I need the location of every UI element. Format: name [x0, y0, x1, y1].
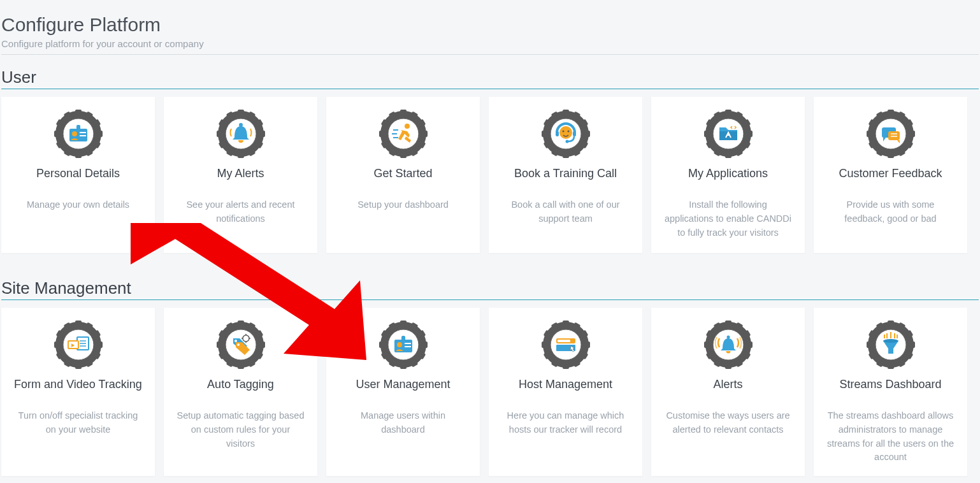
tags-icon: [215, 319, 266, 370]
bell-wave-icon: [703, 319, 754, 370]
svg-rect-36: [421, 131, 428, 137]
card-desc: Turn on/off specialist tracking on your …: [10, 409, 146, 437]
svg-rect-96: [888, 131, 900, 140]
card-my-alerts[interactable]: My Alerts See your alerts and recent not…: [164, 97, 317, 253]
svg-point-194: [883, 339, 898, 343]
card-title: Personal Details: [10, 167, 146, 180]
card-desc: Install the following applications to en…: [660, 198, 796, 240]
svg-point-65: [567, 131, 569, 133]
headset-icon: [540, 108, 591, 159]
card-desc: Customise the ways users are alerted to …: [660, 409, 796, 437]
bell-icon: [215, 108, 266, 159]
svg-rect-154: [584, 342, 590, 348]
card-title: Streams Dashboard: [823, 378, 958, 391]
svg-rect-157: [563, 363, 569, 369]
card-my-applications[interactable]: My Applications Install the following ap…: [651, 97, 805, 253]
svg-rect-150: [405, 346, 411, 347]
svg-point-63: [559, 126, 572, 139]
svg-rect-117: [238, 321, 244, 327]
page-header: Configure Platform Configure platform fo…: [1, 0, 979, 55]
svg-rect-85: [909, 131, 915, 137]
chat-icon: [865, 108, 916, 159]
card-title: Form and Video Tracking: [10, 378, 146, 391]
svg-rect-184: [909, 342, 915, 348]
svg-rect-78: [704, 131, 710, 137]
card-book-training-call[interactable]: Book a Training Call Book a call with on…: [489, 97, 642, 253]
svg-rect-67: [573, 131, 576, 136]
svg-rect-25: [238, 152, 244, 158]
svg-rect-142: [379, 342, 386, 348]
svg-rect-136: [421, 342, 428, 348]
svg-point-131: [237, 343, 240, 346]
card-title: Auto Tagging: [173, 378, 308, 391]
card-form-video-tracking[interactable]: Form and Video Tracking Turn on/off spec…: [1, 308, 155, 476]
page-subtitle: Configure platform for your account or c…: [1, 38, 979, 49]
svg-rect-17: [80, 132, 86, 133]
svg-rect-69: [725, 110, 731, 116]
svg-rect-165: [558, 340, 570, 342]
card-streams-dashboard[interactable]: Streams Dashboard The streams dashboard …: [814, 308, 967, 476]
card-title: My Applications: [660, 167, 796, 180]
card-customer-feedback[interactable]: Customer Feedback Provide us with some f…: [814, 97, 967, 253]
svg-rect-53: [584, 131, 590, 137]
svg-rect-149: [405, 343, 411, 344]
svg-rect-108: [54, 342, 61, 348]
browser-icon: [540, 319, 591, 370]
card-title: My Alerts: [173, 167, 308, 180]
svg-rect-123: [238, 363, 244, 369]
card-desc: See your alerts and recent notifications: [173, 198, 308, 226]
svg-rect-39: [400, 152, 407, 158]
section-title-site: Site Management: [1, 278, 979, 300]
card-desc: Here you can manage which hosts our trac…: [498, 409, 633, 437]
svg-rect-176: [704, 342, 710, 348]
svg-rect-50: [563, 110, 569, 116]
svg-point-64: [562, 131, 564, 133]
svg-rect-42: [379, 131, 386, 137]
id-card-icon: [378, 319, 429, 370]
card-desc: Setup your dashboard: [335, 198, 471, 212]
svg-rect-160: [542, 342, 548, 348]
user-card-grid: Personal Details Manage your own details: [1, 97, 979, 253]
svg-rect-28: [217, 131, 223, 137]
svg-rect-22: [259, 131, 265, 137]
svg-rect-151: [563, 321, 569, 327]
svg-rect-72: [746, 131, 753, 137]
svg-rect-105: [75, 363, 82, 369]
card-desc: Provide us with some feedback, good or b…: [823, 198, 958, 226]
svg-rect-18: [80, 135, 86, 136]
card-title: Book a Training Call: [498, 167, 633, 180]
svg-point-180: [726, 336, 730, 339]
card-auto-tagging[interactable]: Auto Tagging Setup automatic tagging bas…: [164, 308, 317, 476]
card-alerts[interactable]: Alerts Customise the ways users are aler…: [651, 308, 805, 476]
svg-rect-187: [888, 363, 894, 369]
svg-rect-1: [75, 110, 82, 116]
folder-apps-icon: [703, 108, 754, 159]
svg-rect-126: [217, 342, 223, 348]
svg-rect-173: [725, 363, 731, 369]
svg-rect-167: [725, 321, 731, 327]
svg-rect-190: [867, 342, 873, 348]
card-get-started[interactable]: Get Started Setup your dashboard: [326, 97, 480, 253]
svg-point-46: [405, 124, 410, 129]
svg-rect-99: [75, 321, 82, 327]
card-desc: Manage your own details: [10, 198, 146, 212]
card-desc: Setup automatic tagging based on custom …: [173, 409, 308, 451]
card-personal-details[interactable]: Personal Details Manage your own details: [1, 97, 155, 253]
card-desc: Book a call with one of our support team: [498, 198, 633, 226]
svg-rect-133: [400, 321, 407, 327]
svg-rect-139: [400, 363, 407, 369]
card-title: Alerts: [660, 378, 796, 391]
svg-rect-4: [96, 131, 103, 137]
svg-rect-102: [96, 342, 103, 348]
svg-rect-19: [238, 110, 244, 116]
svg-rect-33: [400, 110, 407, 116]
svg-point-16: [72, 131, 77, 136]
svg-rect-181: [888, 321, 894, 327]
card-user-management[interactable]: User Management Manage users within dash…: [326, 308, 480, 476]
card-desc: Manage users within dashboard: [335, 409, 471, 437]
card-title: Host Management: [498, 378, 633, 391]
card-title: User Management: [335, 378, 471, 391]
svg-rect-66: [556, 131, 559, 136]
svg-rect-120: [259, 342, 265, 348]
card-host-management[interactable]: Host Management Here you can manage whic…: [489, 308, 642, 476]
